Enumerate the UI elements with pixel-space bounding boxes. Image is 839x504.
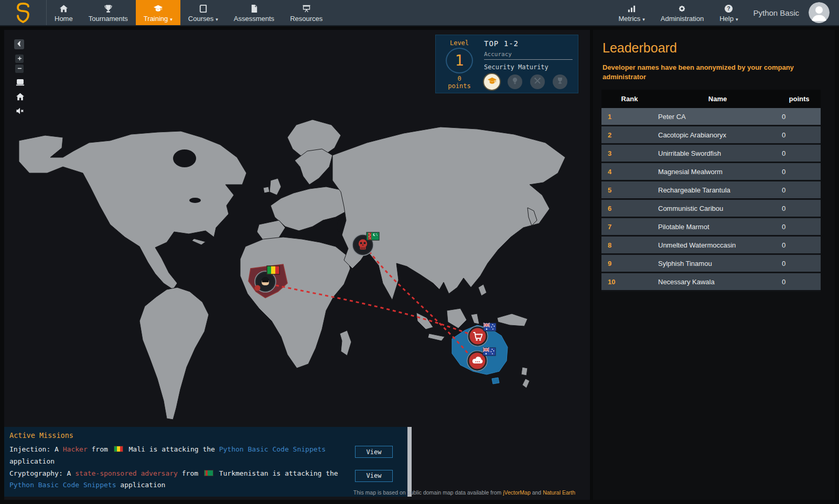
rank-column-header: Rank [601, 90, 658, 108]
natural-earth-link[interactable]: Natural Earth [543, 489, 575, 496]
name-cell: Pilotable Marmot [658, 218, 778, 236]
nav-item-training[interactable]: Training▾ [136, 0, 180, 25]
points-cell: 0 [778, 236, 821, 254]
nav-item-assessments[interactable]: Assessments [226, 0, 282, 25]
caret-down-icon: ▾ [642, 17, 645, 22]
nav-item-label: Metrics [618, 15, 640, 23]
name-cell: Unmelted Watermoccasin [658, 236, 778, 254]
map-control-zoom-in[interactable] [15, 55, 24, 63]
table-row: 6Communistic Caribou0 [601, 199, 821, 218]
level-label: Level [450, 39, 469, 47]
world-map-panel: Level 1 0 points TOP 1-2 Accuracy Securi… [4, 30, 590, 500]
name-column-header: Name [658, 90, 778, 108]
missions-scrollbar[interactable] [407, 427, 412, 497]
maturity-badges [484, 74, 573, 90]
current-app-label: Python Basic [753, 8, 799, 17]
name-cell: Peter CA [658, 108, 778, 126]
table-row: 10Necessary Kawala0 [601, 273, 821, 291]
mission-view-button[interactable]: View [355, 470, 393, 482]
rank-cell: 8 [601, 236, 658, 254]
jvectormap-link[interactable]: jVectorMap [503, 489, 531, 496]
mission-text: Injection: A Hacker from Mali is attacki… [9, 444, 349, 468]
name-cell: Rechargeable Tarantula [658, 181, 778, 199]
table-row: 4Magnesial Mealworm0 [601, 163, 821, 181]
mali-flag-icon [267, 266, 279, 274]
map-control-home-view[interactable] [14, 92, 26, 103]
points-cell: 0 [778, 108, 821, 126]
mission-row: Cryptography: A state-sponsored adversar… [9, 468, 398, 492]
minus-icon [17, 64, 23, 73]
goblet-icon [556, 77, 564, 87]
chevron-left-icon [16, 40, 23, 49]
nav-item-administration[interactable]: Administration [653, 0, 712, 25]
maturity-badge-tools [530, 74, 545, 89]
name-cell: Sylphish Tinamou [658, 254, 778, 273]
nav-item-resources[interactable]: Resources [282, 0, 330, 25]
security-maturity-label: Security Maturity [484, 63, 573, 71]
mission-text: Cryptography: A state-sponsored adversar… [9, 468, 349, 492]
top-nav: HomeTournamentsTraining▾Courses▾Assessme… [0, 0, 839, 26]
table-row: 3Unirritable Swordfish0 [601, 144, 821, 163]
mission-row: Injection: A Hacker from Mali is attacki… [9, 444, 398, 468]
grad-cap-icon [153, 3, 163, 14]
rank-cell: 9 [601, 254, 658, 273]
caret-down-icon: ▾ [170, 17, 173, 22]
nav-item-metrics[interactable]: Metrics▾ [610, 0, 652, 25]
nav-item-help[interactable]: ?Help▾ [712, 0, 746, 25]
nav-item-label: Resources [290, 15, 322, 23]
points-cell: 0 [778, 199, 821, 218]
nav-item-label: Courses [188, 15, 213, 23]
nav-item-home[interactable]: Home [47, 0, 81, 25]
nav-item-courses[interactable]: Courses▾ [180, 0, 226, 25]
table-row: 9Sylphish Tinamou0 [601, 254, 821, 273]
leaderboard-title: Leaderboard [603, 40, 826, 56]
map-control-mute[interactable] [14, 106, 26, 117]
user-avatar[interactable] [809, 2, 830, 23]
maturity-badge-goblet [553, 74, 567, 89]
landmasses [19, 120, 565, 420]
accuracy-progress-bar [484, 59, 573, 60]
australia-flag-icon [483, 323, 496, 331]
laptop-icon [15, 78, 25, 90]
leaderboard-panel: Leaderboard Developer names have been an… [593, 30, 835, 500]
name-cell: Necessary Kawala [658, 273, 778, 291]
turkmenistan-flag-icon [204, 470, 213, 476]
points-cell: 0 [778, 181, 821, 199]
rank-cell: 7 [601, 218, 658, 236]
nav-item-label: Assessments [234, 15, 274, 23]
attribution-text: This map is based on public domain map d… [353, 489, 503, 496]
house-icon [15, 92, 25, 104]
table-header-row: Rank Name points [601, 90, 821, 108]
app-logo[interactable] [0, 0, 47, 25]
rank-cell: 4 [601, 163, 658, 181]
nav-item-tournaments[interactable]: Tournaments [81, 0, 136, 25]
gear-icon [677, 3, 687, 14]
map-control-back[interactable] [14, 39, 24, 49]
lightbulb-icon [511, 77, 519, 87]
points-column-header: points [778, 90, 821, 108]
document-icon [249, 3, 259, 14]
map-control-zoom-out[interactable] [15, 65, 24, 73]
map-control-display[interactable] [14, 78, 26, 89]
rank-cell: 5 [601, 181, 658, 199]
speaker-muted-icon [15, 106, 25, 118]
rank-cell: 1 [601, 108, 658, 126]
level-value: 1 [446, 48, 473, 73]
book-icon [198, 3, 208, 14]
rank-cell: 2 [601, 126, 658, 144]
leaderboard-subtitle: Developer names have been anonymized by … [603, 63, 826, 81]
svg-text:?: ? [727, 6, 730, 12]
rank-cell: 10 [601, 273, 658, 291]
australia-flag-icon [483, 348, 496, 356]
nav-item-label: Home [55, 15, 73, 23]
points-cell: 0 [778, 273, 821, 291]
table-row: 7Pilotable Marmot0 [601, 218, 821, 236]
leaderboard-table: Rank Name points 1Peter CA02Cacotopic Ar… [601, 90, 821, 292]
maturity-badge-lightbulb [508, 74, 522, 89]
person-icon [809, 2, 830, 23]
missions-title: Active Missions [9, 431, 398, 439]
mission-view-button[interactable]: View [355, 446, 393, 458]
rank-cell: 6 [601, 199, 658, 218]
mali-flag-icon [114, 446, 123, 452]
points-cell: 0 [778, 163, 821, 181]
